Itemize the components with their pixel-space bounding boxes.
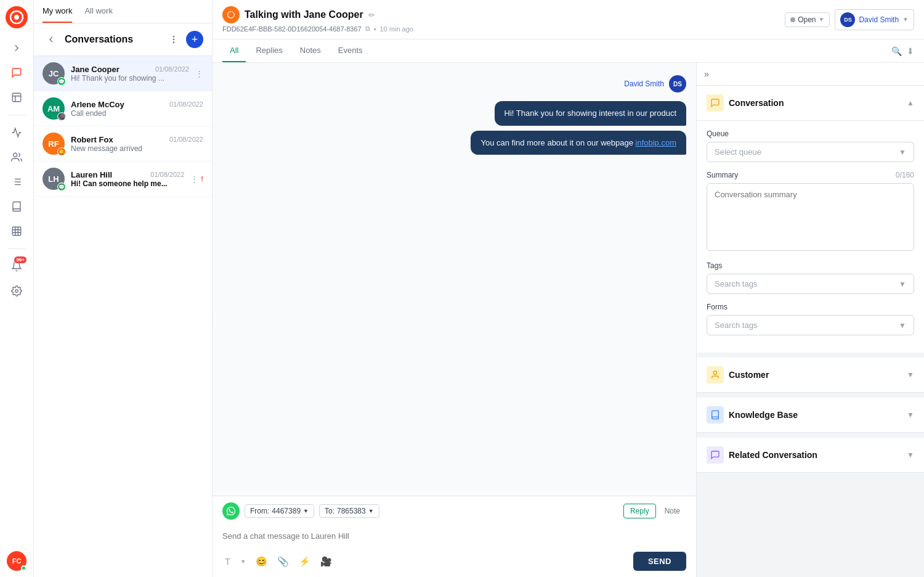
related-conversation-section: Related Conversation ▼ [697, 438, 924, 473]
settings-icon-btn[interactable] [6, 280, 28, 302]
reports-icon-btn[interactable] [6, 121, 28, 144]
attachment-icon[interactable]: 📎 [275, 554, 291, 570]
chat-channel-icon [222, 6, 240, 23]
list-icon-btn[interactable] [6, 171, 28, 193]
summary-count: 0/160 [896, 171, 914, 179]
conversations-panel: My work All work Conversations + [34, 0, 213, 577]
agent-badge[interactable]: DS David Smith ▼ [835, 9, 914, 30]
user-avatar[interactable]: FC [7, 551, 26, 571]
agent-chevron: ▼ [902, 16, 909, 23]
conversations-header: Conversations + [34, 23, 212, 56]
send-button[interactable]: SEND [633, 552, 686, 571]
messages-area: David Smith DS Hi! Thank you for showing… [213, 63, 696, 496]
sender-avatar: DS [669, 75, 686, 92]
text-format-dropdown-icon[interactable]: ▼ [238, 556, 248, 567]
lightning-icon[interactable]: ⚡ [296, 554, 313, 570]
summary-textarea[interactable] [707, 183, 914, 251]
tags-select[interactable]: Search tags ▼ [707, 274, 914, 294]
add-conversation-btn[interactable]: + [186, 31, 203, 48]
online-indicator [21, 565, 26, 571]
forms-select[interactable]: Search tags ▼ [707, 315, 914, 335]
team-icon-btn[interactable] [6, 146, 28, 168]
chat-container: Talking with Jane Cooper ✏ FDD62E4F-BBB-… [213, 0, 924, 577]
svg-point-14 [173, 42, 174, 43]
message-sender-row: David Smith DS [222, 75, 686, 92]
status-dot [790, 17, 795, 22]
conversation-item-lauren-hill[interactable]: LH 💬 Lauren Hill 01/08/2022 Hi! Can some… [34, 162, 212, 197]
queue-select[interactable]: Select queue ▼ [707, 142, 914, 162]
forward-icon-btn[interactable] [6, 37, 28, 59]
all-work-tab[interactable]: All work [84, 0, 113, 23]
channel-icon-jane-cooper: 💬 [57, 77, 66, 86]
conv-info-jane-cooper: Jane Cooper 01/08/2022 Hi! Thank you for… [71, 65, 189, 83]
tab-replies[interactable]: Replies [248, 39, 290, 62]
my-work-tab[interactable]: My work [43, 0, 72, 23]
sender-name: David Smith [624, 80, 664, 88]
reply-input[interactable] [222, 525, 686, 547]
conversation-item-arlene-mccoy[interactable]: AM 📞 Arlene McCoy 01/08/2022 Call ended [34, 91, 212, 126]
status-badge[interactable]: Open ▼ [785, 12, 830, 27]
reply-tab-btn[interactable]: Reply [623, 504, 656, 518]
tab-all[interactable]: All [222, 39, 246, 62]
chat-icon-btn[interactable] [6, 62, 28, 84]
search-chat-icon[interactable]: 🔍 [891, 46, 902, 56]
knowledge-base-section: Knowledge Base ▼ [697, 398, 924, 433]
left-icon-sidebar: 99+ FC [0, 0, 34, 577]
chat-header: Talking with Jane Cooper ✏ FDD62E4F-BBB-… [213, 0, 924, 39]
text-format-icon[interactable]: T [222, 554, 233, 569]
from-dropdown[interactable]: From: 4467389 ▼ [245, 504, 314, 518]
tab-notes[interactable]: Notes [293, 39, 328, 62]
avatar-lauren-hill: LH 💬 [43, 168, 65, 190]
work-tab-bar: My work All work [34, 0, 212, 23]
knowledge-base-chevron: ▼ [907, 411, 914, 419]
svg-rect-10 [12, 227, 21, 235]
conv-more-jane[interactable]: ⋮ [195, 69, 203, 78]
conversation-item-robert-fox[interactable]: RF 🔔 Robert Fox 01/08/2022 New message a… [34, 126, 212, 162]
tags-group: Tags Search tags ▼ [707, 261, 914, 294]
tags-chevron: ▼ [899, 280, 906, 288]
conversations-more-btn[interactable] [165, 31, 182, 48]
message-bubble-1: Hi! Thank you for showing interest in ou… [495, 101, 686, 126]
related-conversation-header[interactable]: Related Conversation ▼ [697, 438, 924, 473]
chat-tab-actions: 🔍 ⬇ [891, 46, 914, 56]
customer-section-header[interactable]: Customer ▼ [697, 358, 924, 393]
tab-events[interactable]: Events [331, 39, 370, 62]
summary-group: Summary 0/160 [707, 171, 914, 253]
knowledge-base-section-header[interactable]: Knowledge Base ▼ [697, 398, 924, 433]
inbox-icon-btn[interactable] [6, 86, 28, 108]
chat-title: Talking with Jane Cooper [245, 9, 363, 20]
agent-avatar: DS [840, 12, 855, 27]
emoji-icon[interactable]: 😊 [253, 554, 270, 570]
conversation-section-icon [707, 94, 724, 112]
svg-point-1 [14, 15, 19, 20]
channel-icon-arlene: 📞 [57, 112, 66, 121]
table-icon-btn[interactable] [6, 220, 28, 242]
conversation-id: FDD62E4F-BBB-582-0D16620054-4687-8367 [222, 25, 362, 33]
infobip-link[interactable]: infobip.com [636, 138, 676, 147]
video-icon[interactable]: 🎥 [318, 554, 334, 570]
copy-id-btn[interactable]: ⧉ [365, 25, 370, 33]
edit-chat-icon[interactable]: ✏ [368, 10, 375, 20]
svg-point-12 [173, 36, 174, 37]
panel-toggle-btn[interactable]: » [704, 69, 709, 79]
conv-info-lauren: Lauren Hill 01/08/2022 Hi! Can someone h… [71, 170, 184, 188]
bell-icon-btn[interactable]: 99+ [6, 255, 28, 277]
conversation-section-header[interactable]: Conversation ▲ [697, 86, 924, 121]
svg-point-15 [713, 371, 716, 374]
book-icon-btn[interactable] [6, 195, 28, 218]
conv-more-lauren[interactable]: ⋮ [190, 174, 198, 184]
urgent-badge-lauren: ! [201, 175, 203, 182]
channel-icon-lauren: 💬 [57, 182, 66, 191]
conversation-section: Conversation ▲ Queue Select queue [697, 86, 924, 353]
conversation-item-jane-cooper[interactable]: JC 💬 Jane Cooper 01/08/2022 Hi! Thank yo… [34, 56, 212, 91]
collapse-sidebar-btn[interactable] [43, 31, 60, 48]
reply-toolbar: T ▼ 😊 📎 ⚡ 🎥 SEND [222, 552, 686, 571]
bell-badge: 99+ [14, 256, 26, 263]
divider2 [7, 248, 26, 249]
note-tab-btn[interactable]: Note [659, 504, 686, 518]
forms-chevron: ▼ [899, 321, 906, 330]
conversation-section-body: Queue Select queue ▼ Summary 0/160 [697, 121, 924, 353]
to-dropdown[interactable]: To: 7865383 ▼ [319, 504, 379, 518]
download-chat-icon[interactable]: ⬇ [907, 46, 914, 56]
svg-point-13 [173, 39, 174, 39]
